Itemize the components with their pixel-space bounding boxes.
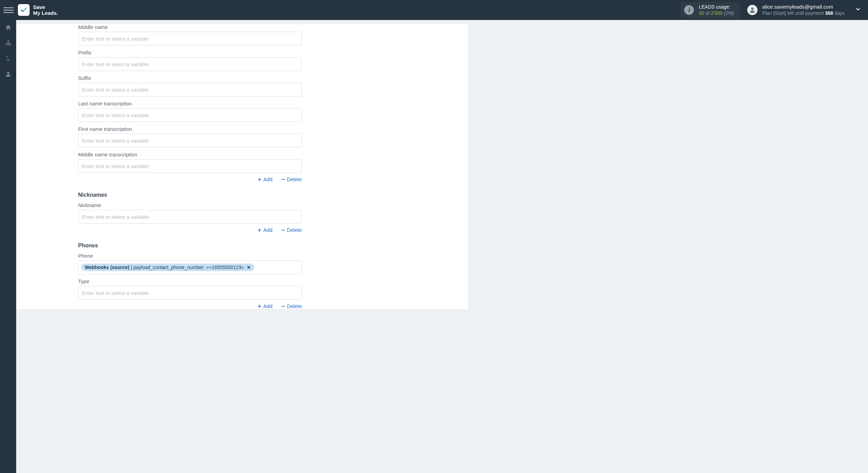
- last-name-transcription-input[interactable]: [78, 108, 302, 122]
- info-icon: i: [684, 5, 694, 15]
- phone-input[interactable]: Webhooks (source) | payload_contact_phon…: [78, 260, 302, 274]
- plus-icon: [257, 228, 262, 233]
- sidebar-item-billing[interactable]: [0, 51, 16, 66]
- svg-point-0: [751, 8, 753, 10]
- minus-icon: [281, 177, 286, 182]
- nicknames-heading: Nicknames: [78, 192, 302, 198]
- phones-heading: Phones: [78, 243, 302, 249]
- remove-pill-icon[interactable]: ✕: [247, 265, 251, 270]
- pill-value: «+16505550123»: [206, 265, 244, 270]
- add-name-button[interactable]: Add: [257, 176, 273, 182]
- brand-name: Save My Leads.: [33, 4, 58, 16]
- leads-usage-box[interactable]: i LEADS usage: 30 of 2'000 (2%): [681, 2, 740, 18]
- phone-variable-pill[interactable]: Webhooks (source) | payload_contact_phon…: [81, 264, 254, 271]
- delete-nickname-button[interactable]: Delete: [281, 227, 302, 233]
- suffix-label: Suffix: [78, 75, 302, 81]
- nickname-label: Nickname: [78, 202, 302, 208]
- usage-text: LEADS usage: 30 of 2'000 (2%): [699, 4, 734, 16]
- minus-icon: [281, 228, 286, 233]
- first-name-transcription-input[interactable]: [78, 134, 302, 147]
- svg-rect-1: [8, 40, 9, 41]
- middle-name-transcription-input[interactable]: [78, 159, 302, 173]
- first-name-transcription-label: First name transcription: [78, 126, 302, 132]
- add-phone-button[interactable]: Add: [257, 303, 273, 309]
- type-input[interactable]: [78, 286, 302, 300]
- svg-rect-4: [10, 44, 11, 45]
- menu-toggle-button[interactable]: [3, 5, 14, 15]
- prefix-input[interactable]: [78, 57, 302, 71]
- prefix-label: Prefix: [78, 50, 302, 55]
- middle-name-transcription-label: Middle name transcription: [78, 152, 302, 157]
- sidebar-item-connections[interactable]: [0, 35, 16, 51]
- user-info: alice.savemyleads@gmail.com Plan |Start|…: [762, 4, 845, 16]
- sidebar-item-home[interactable]: [0, 20, 16, 35]
- pill-key: payload_contact_phone_number:: [133, 265, 205, 270]
- delete-name-button[interactable]: Delete: [281, 176, 302, 182]
- middle-name-input[interactable]: [78, 32, 302, 45]
- user-menu[interactable]: alice.savemyleads@gmail.com Plan |Start|…: [747, 4, 845, 16]
- phone-label: Phone: [78, 253, 302, 259]
- plus-icon: [257, 304, 262, 309]
- svg-rect-3: [8, 44, 9, 45]
- svg-rect-2: [6, 44, 7, 45]
- pill-separator: |: [131, 265, 132, 270]
- type-label: Type: [78, 278, 302, 284]
- pill-source: Webhooks (source): [85, 265, 129, 270]
- middle-name-label: Middle name: [78, 24, 302, 30]
- last-name-transcription-label: Last name transcription: [78, 101, 302, 106]
- add-nickname-button[interactable]: Add: [257, 227, 273, 233]
- avatar-icon: [747, 5, 758, 15]
- suffix-input[interactable]: [78, 83, 302, 96]
- nickname-input[interactable]: [78, 210, 302, 224]
- sidebar: [0, 20, 16, 473]
- brand-logo[interactable]: Save My Leads.: [18, 4, 58, 16]
- main-content: Middle name Prefix Suffix Last name tran…: [16, 20, 868, 473]
- logo-icon: [18, 4, 30, 16]
- sidebar-item-account[interactable]: [0, 66, 16, 82]
- app-header: Save My Leads. i LEADS usage: 30 of 2'00…: [0, 0, 868, 20]
- minus-icon: [281, 304, 286, 309]
- svg-point-5: [7, 72, 9, 74]
- chevron-down-icon[interactable]: [855, 6, 861, 14]
- delete-phone-button[interactable]: Delete: [281, 303, 302, 309]
- plus-icon: [257, 177, 262, 182]
